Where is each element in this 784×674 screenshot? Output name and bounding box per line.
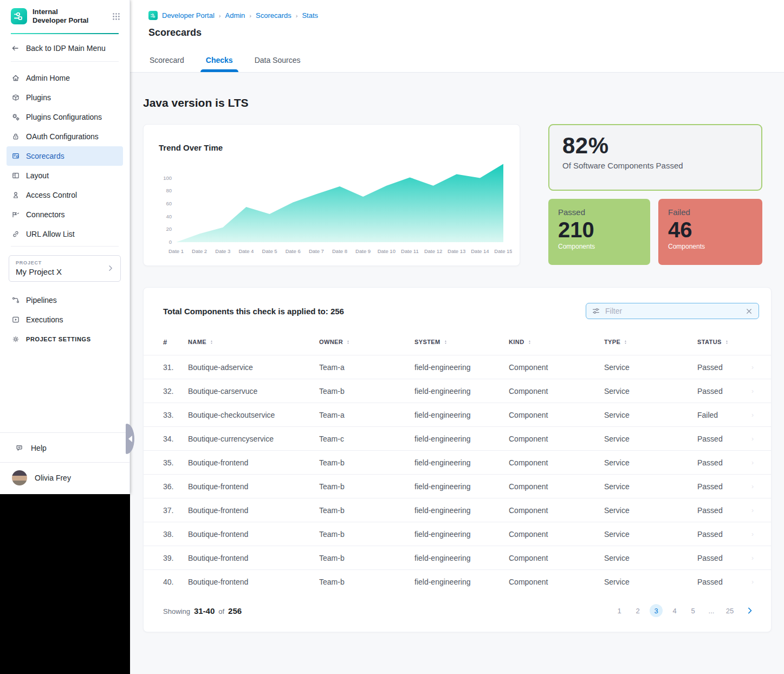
column-header-name[interactable]: NAME (188, 339, 319, 345)
back-to-idp-main-menu[interactable]: Back to IDP Main Menu (0, 34, 129, 61)
sidebar-item-project-settings[interactable]: PROJECT SETTINGS (7, 329, 123, 349)
tab-data-sources[interactable]: Data Sources (254, 50, 302, 72)
cell-status: Passed (697, 530, 751, 539)
sidebar-item-pipelines[interactable]: Pipelines (7, 290, 123, 310)
sidebar-item-label: Scorecards (26, 152, 64, 160)
page-2[interactable]: 2 (631, 604, 644, 617)
table-row[interactable]: 40.Boutique-frontendTeam-bfield-engineer… (144, 569, 771, 593)
column-header-kind[interactable]: KIND (509, 339, 604, 345)
sidebar-item-label: Access Control (26, 191, 77, 199)
tab-checks[interactable]: Checks (205, 50, 234, 72)
filter-box (586, 303, 759, 319)
cell-num: 36. (163, 482, 188, 491)
sidebar-item-label: OAuth Configurations (26, 132, 99, 141)
sort-icon[interactable] (527, 340, 532, 345)
cell-num: 39. (163, 554, 188, 562)
cell-system: field-engineering (414, 554, 509, 562)
screen: Internal Developer Portal Back to IDP Ma… (0, 0, 784, 674)
tab-bar: ScorecardChecksData Sources (148, 50, 301, 72)
row-chevron-icon: › (751, 554, 760, 562)
cell-name: Boutique-frontend (188, 506, 319, 515)
cell-type: Service (604, 435, 697, 443)
next-page-icon[interactable] (745, 606, 755, 615)
sidebar-item-scorecards[interactable]: Scorecards (7, 146, 123, 166)
failed-card: Failed 46 Components (658, 199, 762, 265)
page-3[interactable]: 3 (650, 604, 663, 617)
failed-value: 46 (668, 218, 753, 242)
svg-text:40: 40 (166, 213, 172, 219)
sidebar-item-admin-home[interactable]: Admin Home (7, 68, 123, 88)
user-item[interactable]: Olivia Frey (0, 462, 129, 494)
project-selector[interactable]: PROJECT My Project X (9, 255, 121, 282)
column-header-index[interactable]: # (163, 338, 188, 346)
row-chevron-icon: › (751, 483, 760, 490)
table-row[interactable]: 35.Boutique-frontendTeam-bfield-engineer… (144, 450, 771, 474)
sort-icon[interactable] (623, 340, 628, 345)
table-header-row: #NAMEOWNERSYSTEMKINDTYPESTATUS (144, 329, 771, 355)
sort-icon[interactable] (443, 340, 448, 345)
sidebar-item-oauth-configurations[interactable]: OAuth Configurations (7, 127, 123, 146)
sort-icon[interactable] (209, 340, 214, 345)
table-row[interactable]: 39.Boutique-frontendTeam-bfield-engineer… (144, 546, 771, 569)
page-25[interactable]: 25 (723, 604, 736, 617)
svg-text:Date 10: Date 10 (378, 248, 396, 254)
sidebar-item-executions[interactable]: Executions (7, 310, 123, 329)
showing-summary: Showing 31-40 of 256 (163, 606, 613, 615)
passed-label: Passed (558, 208, 640, 217)
breadcrumb-link-scorecards[interactable]: Scorecards (256, 11, 291, 20)
sort-icon[interactable] (724, 340, 729, 345)
table-row[interactable]: 38.Boutique-frontendTeam-bfield-engineer… (144, 522, 771, 546)
row-chevron-icon: › (751, 459, 760, 466)
sidebar-item-access-control[interactable]: Access Control (7, 185, 123, 205)
execution-icon (11, 315, 20, 324)
table-row[interactable]: 31.Boutique-adserviceTeam-afield-enginee… (144, 355, 771, 379)
page-1[interactable]: 1 (613, 604, 626, 617)
table-row[interactable]: 34.Boutique-currencyserviceTeam-cfield-e… (144, 426, 771, 450)
gear-icon (11, 335, 20, 344)
cell-kind: Component (509, 458, 604, 467)
sidebar-item-plugins-configurations[interactable]: Plugins Configurations (7, 107, 123, 127)
cell-num: 31. (163, 363, 188, 372)
sidebar-item-label: URL Allow List (26, 230, 75, 238)
table-row[interactable]: 37.Boutique-frontendTeam-bfield-engineer… (144, 498, 771, 522)
breadcrumb-link-stats[interactable]: Stats (302, 11, 318, 20)
page-4[interactable]: 4 (668, 604, 681, 617)
app-grid-icon[interactable] (112, 12, 121, 21)
filter-input[interactable] (605, 307, 740, 315)
page-5[interactable]: 5 (686, 604, 699, 617)
breadcrumb-link-developer-portal[interactable]: Developer Portal (162, 11, 215, 20)
plugins-config-icon (11, 113, 20, 121)
tab-scorecard[interactable]: Scorecard (148, 50, 185, 72)
cell-owner: Team-c (319, 435, 414, 443)
column-header-status[interactable]: STATUS (697, 339, 751, 345)
cell-owner: Team-b (319, 554, 414, 562)
sort-icon[interactable] (346, 340, 351, 345)
sidebar-item-label: Executions (26, 315, 63, 324)
table-row[interactable]: 32.Boutique-carservuceTeam-bfield-engine… (144, 379, 771, 403)
sidebar-item-layout[interactable]: Layout (7, 166, 123, 185)
failed-unit: Components (668, 243, 753, 250)
column-label: OWNER (319, 339, 343, 345)
table-row[interactable]: 36.Boutique-frontendTeam-bfield-engineer… (144, 474, 771, 498)
svg-text:Date 9: Date 9 (355, 248, 371, 254)
help-item[interactable]: Help (0, 432, 129, 462)
cell-num: 32. (163, 387, 188, 396)
failed-label: Failed (668, 208, 753, 217)
cell-type: Service (604, 506, 697, 515)
table-row[interactable]: 33.Boutique-checkoutserviceTeam-afield-e… (144, 403, 771, 426)
lock-icon (11, 132, 20, 141)
column-header-owner[interactable]: OWNER (319, 339, 414, 345)
column-label: KIND (509, 339, 524, 345)
breadcrumb-link-admin[interactable]: Admin (225, 11, 245, 20)
column-header-system[interactable]: SYSTEM (414, 339, 509, 345)
sidebar-item-plugins[interactable]: Plugins (7, 88, 123, 107)
content: Java version is LTS Trend Over Time 0204… (130, 73, 784, 109)
sidebar-item-connectors[interactable]: Connectors (7, 205, 123, 224)
row-chevron-icon: › (751, 435, 760, 443)
app-logo-icon (11, 8, 27, 24)
column-label: STATUS (697, 339, 722, 345)
filter-options-icon[interactable] (592, 307, 600, 315)
column-header-type[interactable]: TYPE (604, 339, 697, 345)
sidebar-item-url-allow-list[interactable]: URL Allow List (7, 224, 123, 244)
filter-clear-icon[interactable] (745, 307, 753, 315)
